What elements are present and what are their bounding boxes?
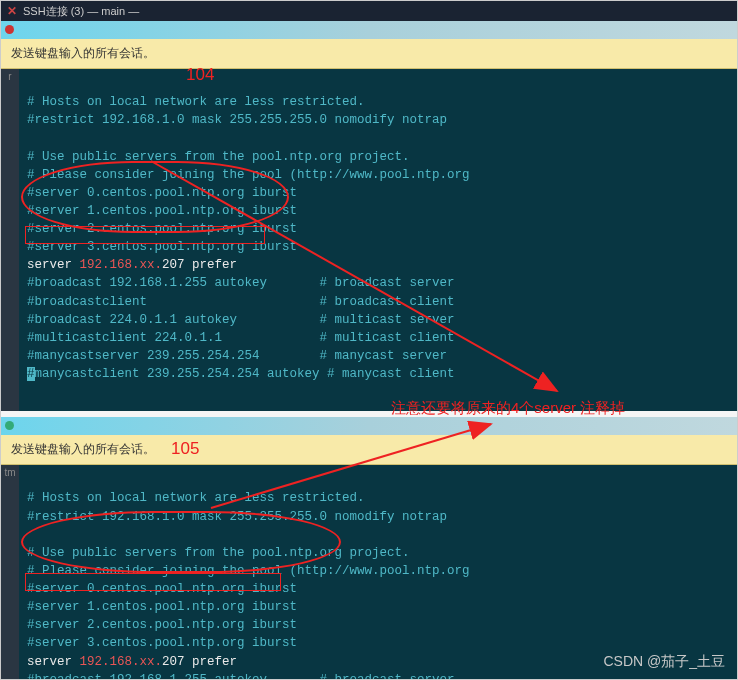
close-icon[interactable]: ✕ bbox=[7, 4, 17, 18]
indicator-bar-top bbox=[1, 21, 737, 39]
config-line: #server 3.centos.pool.ntp.org iburst bbox=[27, 240, 297, 254]
config-line: #server 3.centos.pool.ntp.org iburst bbox=[27, 636, 297, 650]
indicator-bar-bottom bbox=[1, 417, 737, 435]
config-line: # Please consider joining the pool (http… bbox=[27, 564, 470, 578]
config-line: #manycastclient 239.255.254.254 autokey … bbox=[27, 367, 455, 381]
gutter-bottom: tm bbox=[1, 465, 19, 680]
session-bottom: 发送键盘输入的所有会话。 tm # Hosts on local network… bbox=[1, 417, 737, 680]
gutter-char: r bbox=[8, 71, 11, 82]
config-line: # Use public servers from the pool.ntp.o… bbox=[27, 150, 410, 164]
config-line: #broadcast 192.168.1.255 autokey # broad… bbox=[27, 276, 455, 290]
config-line: #restrict 192.168.1.0 mask 255.255.255.0… bbox=[27, 113, 447, 127]
server-line-top: server 192.168.xx.207 prefer bbox=[27, 258, 237, 272]
config-line: #server 0.centos.pool.ntp.org iburst bbox=[27, 186, 297, 200]
config-line: #server 1.centos.pool.ntp.org iburst bbox=[27, 204, 297, 218]
config-line: # Use public servers from the pool.ntp.o… bbox=[27, 546, 410, 560]
terminal-bottom[interactable]: # Hosts on local network are less restri… bbox=[19, 465, 737, 680]
config-line: #server 2.centos.pool.ntp.org iburst bbox=[27, 618, 297, 632]
config-line: # Hosts on local network are less restri… bbox=[27, 95, 365, 109]
config-line: # Please consider joining the pool (http… bbox=[27, 168, 470, 182]
server-ip-top: 192.168.xx. bbox=[80, 258, 163, 272]
config-line: #restrict 192.168.1.0 mask 255.255.255.0… bbox=[27, 510, 447, 524]
config-line: # Hosts on local network are less restri… bbox=[27, 491, 365, 505]
terminal-top[interactable]: # Hosts on local network are less restri… bbox=[19, 69, 737, 411]
status-dot-icon bbox=[5, 421, 14, 430]
status-dot-icon bbox=[5, 25, 14, 34]
config-line: #server 2.centos.pool.ntp.org iburst bbox=[27, 222, 297, 236]
tab-title-top: SSH连接 (3) — main — bbox=[23, 4, 139, 19]
server-ip-bottom: 192.168.xx. bbox=[80, 655, 163, 669]
broadcast-banner-bottom: 发送键盘输入的所有会话。 bbox=[1, 435, 737, 465]
config-line: #multicastclient 224.0.1.1 # multicast c… bbox=[27, 331, 455, 345]
config-line: #broadcast 224.0.1.1 autokey # multicast… bbox=[27, 313, 455, 327]
config-line: #manycastserver 239.255.254.254 # manyca… bbox=[27, 349, 447, 363]
config-line: #broadcastclient # broadcast client bbox=[27, 295, 455, 309]
config-line: #server 0.centos.pool.ntp.org iburst bbox=[27, 582, 297, 596]
gutter-char: tm bbox=[4, 467, 15, 478]
gutter-top: r bbox=[1, 69, 19, 411]
tab-bar-top: ✕ SSH连接 (3) — main — bbox=[1, 1, 737, 21]
session-top: ✕ SSH连接 (3) — main — 发送键盘输入的所有会话。 r # Ho… bbox=[1, 1, 737, 411]
cursor-icon: # bbox=[27, 367, 35, 381]
broadcast-banner-top: 发送键盘输入的所有会话。 bbox=[1, 39, 737, 69]
config-line: #broadcast 192.168.1.255 autokey # broad… bbox=[27, 673, 455, 680]
config-line: #server 1.centos.pool.ntp.org iburst bbox=[27, 600, 297, 614]
server-line-bottom: server 192.168.xx.207 prefer bbox=[27, 655, 237, 669]
